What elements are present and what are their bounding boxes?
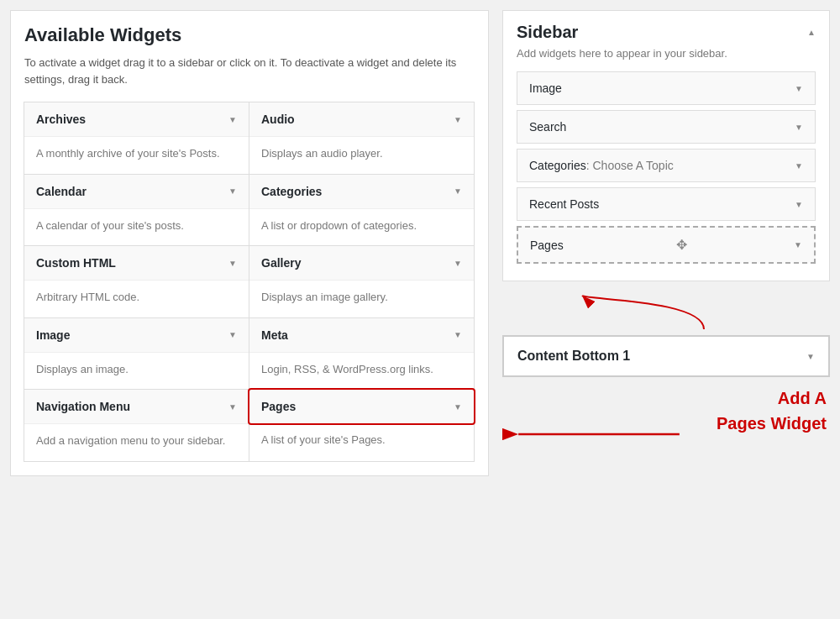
chevron-down-icon: ▼ — [454, 402, 462, 412]
widget-navigation-menu-name: Navigation Menu — [36, 400, 130, 413]
content-bottom-title: Content Bottom 1 — [517, 349, 630, 364]
sidebar-desc: Add widgets here to appear in your sideb… — [517, 47, 816, 60]
chevron-down-icon: ▼ — [454, 259, 462, 268]
pages-drop-zone[interactable]: Pages ✥ ▼ — [517, 226, 816, 264]
chevron-down-icon: ▼ — [795, 123, 803, 132]
sidebar-image-widget[interactable]: Image ▼ — [517, 71, 816, 105]
panel-description: To activate a widget drag it to a sideba… — [24, 55, 475, 87]
sidebar-categories-label: Categories: Choose A Topic — [529, 159, 674, 172]
sidebar-title-row: Sidebar ▲ — [517, 23, 816, 42]
widget-navigation-menu-header[interactable]: Navigation Menu ▼ — [24, 390, 249, 424]
widget-categories-name: Categories — [261, 185, 322, 198]
widget-archives-name: Archives — [36, 113, 86, 126]
widget-custom-html-name: Custom HTML — [36, 256, 116, 270]
left-arrow-area — [502, 384, 696, 462]
add-pages-label-block: Add A Pages Widget — [696, 384, 830, 434]
widget-gallery-name: Gallery — [261, 256, 301, 270]
chevron-down-icon: ▼ — [794, 240, 802, 249]
widget-gallery-header[interactable]: Gallery ▼ — [249, 246, 474, 281]
widget-calendar-header[interactable]: Calendar ▼ — [24, 175, 249, 209]
sidebar-categories-widget[interactable]: Categories: Choose A Topic ▼ — [517, 149, 816, 182]
left-arrow-svg — [502, 409, 696, 459]
sidebar-search-widget[interactable]: Search ▼ — [517, 110, 816, 144]
widget-audio: Audio ▼ Displays an audio player. — [249, 102, 475, 175]
chevron-down-icon: ▼ — [795, 161, 803, 170]
chevron-down-icon: ▼ — [228, 259, 237, 268]
chevron-down-icon: ▼ — [454, 186, 462, 196]
chevron-down-icon: ▼ — [795, 84, 803, 93]
sidebar-section: Sidebar ▲ Add widgets here to appear in … — [502, 10, 830, 281]
widget-calendar: Calendar ▼ A calendar of your site's pos… — [24, 174, 249, 247]
widget-image-header[interactable]: Image ▼ — [24, 318, 249, 353]
widget-archives-header[interactable]: Archives ▼ — [24, 102, 249, 137]
widget-image-name: Image — [36, 328, 70, 342]
content-bottom-row[interactable]: Content Bottom 1 ▼ — [517, 349, 815, 364]
annotation-arrow-svg — [502, 291, 830, 333]
widget-image: Image ▼ Displays an image. — [24, 317, 249, 391]
chevron-down-icon: ▼ — [454, 330, 462, 339]
annotation-section: Add A Pages Widget — [502, 384, 830, 462]
widget-calendar-desc: A calendar of your site's posts. — [24, 209, 249, 246]
widget-image-desc: Displays an image. — [24, 353, 249, 390]
widgets-grid: Archives ▼ A monthly archive of your sit… — [24, 102, 475, 462]
available-widgets-panel: Available Widgets To activate a widget d… — [10, 10, 489, 476]
widget-gallery-desc: Displays an image gallery. — [249, 281, 474, 317]
widget-categories-header[interactable]: Categories ▼ — [249, 175, 474, 209]
sidebar-recent-posts-label: Recent Posts — [529, 197, 599, 211]
widget-pages-name: Pages — [261, 400, 296, 413]
widget-meta-header[interactable]: Meta ▼ — [249, 318, 474, 353]
annotation-line2: Pages Widget — [696, 412, 830, 434]
sidebar-image-label: Image — [529, 81, 562, 95]
chevron-down-icon: ▼ — [228, 402, 237, 412]
widget-audio-name: Audio — [261, 113, 295, 126]
chevron-down-icon: ▼ — [806, 352, 815, 361]
chevron-down-icon: ▼ — [228, 186, 237, 196]
widget-gallery: Gallery ▼ Displays an image gallery. — [249, 245, 475, 318]
annotation-arrow-area — [502, 291, 830, 333]
move-cursor-icon: ✥ — [676, 237, 687, 253]
chevron-down-icon: ▼ — [454, 115, 462, 124]
sidebar-search-label: Search — [529, 120, 566, 134]
content-bottom-section: Content Bottom 1 ▼ — [502, 335, 830, 377]
widget-audio-header[interactable]: Audio ▼ — [249, 102, 474, 137]
right-panel: Sidebar ▲ Add widgets here to appear in … — [489, 10, 830, 476]
widget-pages: Pages ▼ A list of your site's Pages. — [249, 389, 475, 462]
widget-categories: Categories ▼ A list or dropdown of categ… — [249, 174, 475, 247]
sidebar-title: Sidebar — [517, 23, 578, 42]
widget-calendar-name: Calendar — [36, 185, 87, 198]
widget-custom-html-header[interactable]: Custom HTML ▼ — [24, 246, 249, 281]
chevron-down-icon: ▼ — [228, 115, 237, 124]
annotation-line1: Add A — [696, 387, 830, 409]
widget-custom-html: Custom HTML ▼ Arbitrary HTML code. — [24, 245, 249, 318]
widget-categories-desc: A list or dropdown of categories. — [249, 209, 474, 246]
widget-audio-desc: Displays an audio player. — [249, 137, 474, 174]
widget-custom-html-desc: Arbitrary HTML code. — [24, 281, 249, 317]
widget-archives: Archives ▼ A monthly archive of your sit… — [24, 102, 249, 175]
widget-navigation-menu: Navigation Menu ▼ Add a navigation menu … — [24, 389, 249, 462]
widget-pages-header[interactable]: Pages ▼ — [248, 388, 475, 425]
widget-archives-desc: A monthly archive of your site's Posts. — [24, 137, 249, 174]
widget-meta-desc: Login, RSS, & WordPress.org links. — [249, 353, 474, 390]
widget-pages-desc: A list of your site's Pages. — [249, 423, 474, 460]
widget-navigation-menu-desc: Add a navigation menu to your sidebar. — [24, 424, 249, 461]
widget-meta-name: Meta — [261, 328, 288, 342]
widget-meta: Meta ▼ Login, RSS, & WordPress.org links… — [249, 317, 475, 391]
panel-title: Available Widgets — [24, 24, 475, 46]
chevron-down-icon: ▼ — [795, 200, 803, 209]
annotation-wrapper: Add A Pages Widget — [502, 384, 830, 462]
chevron-down-icon: ▼ — [228, 330, 237, 339]
chevron-up-icon[interactable]: ▲ — [807, 28, 816, 37]
sidebar-recent-posts-widget[interactable]: Recent Posts ▼ — [517, 187, 816, 221]
pages-drop-label: Pages — [530, 239, 564, 252]
